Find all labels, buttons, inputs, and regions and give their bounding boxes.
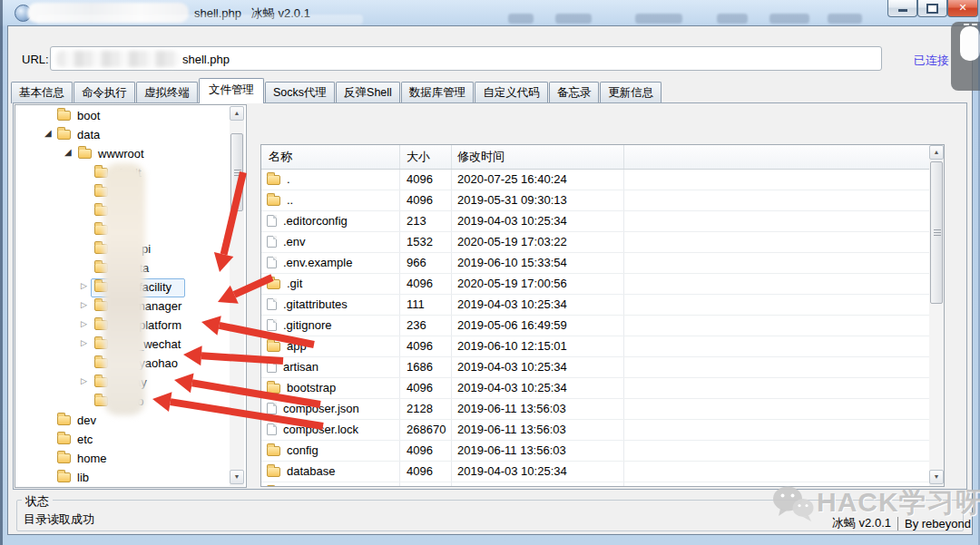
column-header-1[interactable]: 大小 [400,145,452,169]
expand-icon[interactable]: ▷ [81,281,87,290]
file-size: 4096 [400,274,452,294]
tab-5[interactable]: 反弹Shell [336,82,400,103]
table-row-.git[interactable]: .git40962020-05-19 17:00:56 [261,274,944,295]
file-icon [267,361,277,373]
close-button[interactable]: ✕ [947,0,978,17]
tree-item-wwwroot[interactable]: ◢wwwroot [15,145,246,164]
row-filler [624,211,944,231]
minimize-icon [898,9,907,12]
file-mtime: 2020-05-19 17:00:56 [452,274,624,294]
blur-patch [635,14,682,24]
row-filler [624,253,944,273]
scroll-up-icon[interactable]: ▲ [929,145,944,160]
expand-icon[interactable]: ▷ [81,300,87,309]
folder-icon [267,384,280,394]
file-size: 111 [400,295,452,315]
expand-icon[interactable]: ▷ [81,376,87,385]
file-size: 4096 [400,190,452,210]
grip-icon [934,232,941,233]
file-mtime: 2019-04-03 10:25:34 [452,357,624,377]
table-row-.env.example[interactable]: .env.example9662019-06-10 15:33:54 [261,253,944,274]
footer-version: 冰蝎 v2.0.1 [832,515,891,531]
tab-8[interactable]: 备忘录 [549,82,600,103]
collapse-icon[interactable]: ◢ [64,147,72,157]
expand-icon[interactable]: ▷ [81,319,87,328]
table-row-composer.lock[interactable]: composer.lock2686702019-06-11 13:56:03 [261,420,944,441]
tab-6[interactable]: 数据库管理 [401,82,475,103]
table-row-database[interactable]: database40962019-04-03 10:25:34 [261,462,944,482]
row-filler [624,378,944,398]
table-row-composer.json[interactable]: composer.json21282019-06-11 13:56:03 [261,399,944,420]
maximize-button[interactable] [917,0,947,17]
file-name: .env.example [283,256,352,269]
tab-3[interactable]: 文件管理 [199,78,264,103]
tree-item-home[interactable]: home [15,450,246,469]
tree-item-label: platform [139,318,181,332]
tab-7[interactable]: 自定义代码 [475,82,548,103]
minimize-button[interactable] [887,0,917,17]
tree-item-data[interactable]: ◢data [15,126,246,145]
table-row-config[interactable]: config40962019-06-11 13:56:03 [261,441,944,462]
connection-status-link[interactable]: 已连接 [914,53,949,69]
status-group-label: 状态 [22,493,53,510]
file-size: 236 [400,316,452,336]
tab-4[interactable]: Socks代理 [265,82,335,103]
table-row-.gitattributes[interactable]: .gitattributes1112019-04-03 10:25:34 [261,295,944,316]
tab-1[interactable]: 命令执行 [74,82,135,103]
tree-item-etc[interactable]: etc [15,431,246,450]
file-name: .editorconfig [283,214,348,228]
url-value: shell.php [182,53,230,66]
table-scrollbar-thumb[interactable] [930,161,943,304]
file-icon [267,236,277,248]
tree-item-lib[interactable]: lib [15,469,246,488]
tree-item-boot[interactable]: boot [15,107,246,126]
file-name: config [287,443,318,457]
tab-2[interactable]: 虚拟终端 [136,82,198,103]
file-name: . [287,172,290,186]
table-row-bootstrap[interactable]: bootstrap40962019-04-03 10:25:34 [261,378,944,399]
file-icon [267,215,277,227]
dash-icon [964,24,969,25]
column-header-0[interactable]: 名称 [261,145,400,169]
tab-bar: 基本信息命令执行虚拟终端文件管理Socks代理反弹Shell数据库管理自定义代码… [11,79,662,103]
collapse-icon[interactable]: ◢ [44,128,52,138]
blur-patch [36,15,363,24]
tab-0[interactable]: 基本信息 [11,82,73,103]
folder-icon [267,467,280,477]
row-filler [624,316,944,336]
scroll-up-icon[interactable]: ▲ [230,106,244,121]
file-table: 名称大小修改时间 .40962020-07-25 16:40:24..40962… [260,144,945,487]
column-header-2[interactable]: 修改时间 [452,145,624,169]
row-filler [624,336,944,356]
title-bar[interactable]: shell.php 冰蝎 v2.0.1 ✕ [0,0,980,25]
table-row-.[interactable]: .40962020-07-25 16:40:24 [261,170,944,190]
file-size: 213 [400,211,452,231]
tree-scrollbar-thumb[interactable] [230,133,243,211]
file-mtime: 2019-06-11 13:56:03 [452,441,624,461]
table-row-.env[interactable]: .env15322020-05-19 17:03:22 [261,232,944,253]
tree-scrollbar[interactable]: ▲ ▼ [230,106,244,486]
file-size: 4096 [400,378,452,398]
table-row-.editorconfig[interactable]: .editorconfig2132019-04-03 10:25:34 [261,211,944,232]
file-size: 4096 [400,441,452,461]
blur-patch [717,14,748,24]
table-scrollbar[interactable]: ▲ ▼ [929,145,944,486]
folder-icon [57,111,71,121]
table-row-..[interactable]: ..40962019-05-31 09:30:13 [261,190,944,211]
row-filler [624,274,944,294]
table-row-app[interactable]: app40962019-06-10 12:15:01 [261,336,944,357]
scroll-down-icon[interactable]: ▼ [230,470,244,484]
table-row-artisan[interactable]: artisan16862019-04-03 10:25:34 [261,357,944,378]
grip-icon [234,175,241,176]
tab-9[interactable]: 更新信息 [600,82,662,103]
expand-icon[interactable]: ▷ [81,338,87,347]
folder-icon [267,196,280,206]
tree-item-label: boot [77,109,100,122]
file-size: 4096 [400,462,452,482]
table-row-.gitignore[interactable]: .gitignore2362019-05-06 16:49:59 [261,316,944,336]
file-table-header: 名称大小修改时间 [261,145,944,170]
row-filler [624,190,944,210]
file-icon [267,319,277,331]
file-size: 1532 [400,232,452,252]
scroll-down-icon[interactable]: ▼ [929,470,944,484]
